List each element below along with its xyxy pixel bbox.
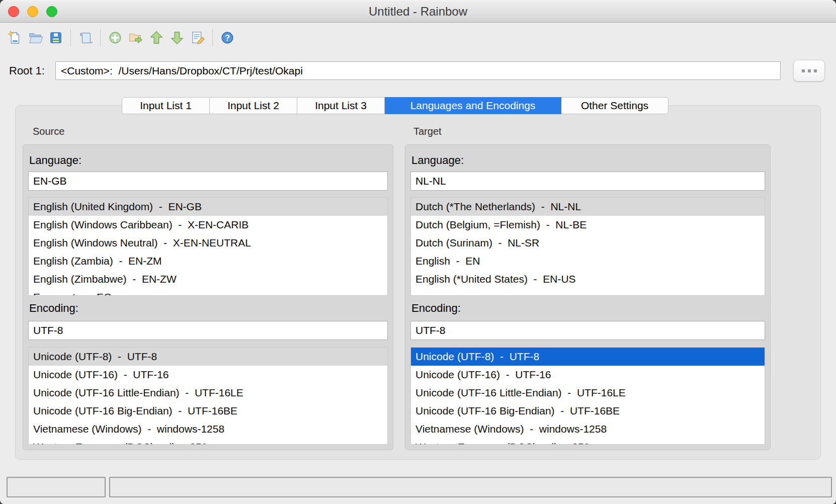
arrow-down-icon bbox=[170, 30, 185, 45]
open-project-button[interactable] bbox=[27, 28, 44, 47]
source-encoding-label: Encoding: bbox=[29, 302, 78, 315]
list-item[interactable]: Unicode (UTF-16 Big-Endian) - UTF-16BE bbox=[29, 402, 387, 420]
tab-other-settings[interactable]: Other Settings bbox=[561, 97, 668, 114]
source-group: Language: English (United Kingdom) - EN-… bbox=[23, 144, 393, 450]
tab-input-list-2[interactable]: Input List 2 bbox=[210, 97, 297, 114]
window-titlebar: Untitled - Rainbow bbox=[0, 0, 836, 23]
target-language-input[interactable] bbox=[410, 172, 765, 191]
list-item[interactable]: Unicode (UTF-16 Big-Endian) - UTF-16BE bbox=[411, 402, 765, 420]
move-up-button[interactable] bbox=[148, 28, 165, 47]
list-item[interactable]: Vietnamese (Windows) - windows-1258 bbox=[411, 420, 765, 438]
toolbar: ? bbox=[6, 28, 236, 48]
move-down-button[interactable] bbox=[169, 28, 186, 47]
root-path-input[interactable] bbox=[55, 61, 781, 80]
open-folder-icon bbox=[28, 30, 43, 45]
list-item[interactable]: Unicode (UTF-8) - UTF-8 bbox=[411, 348, 765, 366]
tab-languages-and-encodings[interactable]: Languages and Encodings bbox=[385, 97, 561, 114]
source-encoding-input[interactable] bbox=[28, 321, 388, 340]
add-circle-icon bbox=[108, 30, 123, 45]
ellipsis-dot bbox=[808, 69, 811, 72]
help-button[interactable]: ? bbox=[219, 28, 236, 47]
list-item[interactable]: Vietnamese (Windows) - windows-1258 bbox=[29, 420, 387, 438]
target-language-label: Language: bbox=[411, 154, 464, 167]
list-item[interactable]: English (Windows Caribbean) - X-EN-CARIB bbox=[29, 216, 387, 234]
list-item[interactable]: English (Zambia) - EN-ZM bbox=[29, 252, 387, 270]
view-log-button[interactable] bbox=[77, 28, 94, 47]
edit-pencil-icon bbox=[190, 30, 205, 45]
list-item[interactable]: Dutch (Belgium, =Flemish) - NL-BE bbox=[411, 216, 765, 234]
root-label: Root 1: bbox=[9, 61, 45, 80]
list-item[interactable]: English (*United States) - EN-US bbox=[411, 270, 765, 288]
source-language-list[interactable]: English (United Kingdom) - EN-GBEnglish … bbox=[28, 197, 388, 296]
status-field-right bbox=[109, 477, 832, 497]
app-window: Untitled - Rainbow bbox=[0, 0, 836, 504]
new-document-icon bbox=[7, 30, 22, 45]
add-folder-button[interactable] bbox=[127, 28, 144, 47]
toolbar-separator bbox=[212, 29, 213, 46]
source-group-label: Source bbox=[33, 126, 64, 137]
ellipsis-dot bbox=[814, 69, 817, 72]
toolbar-separator bbox=[100, 29, 101, 46]
list-item[interactable]: Unicode (UTF-8) - UTF-8 bbox=[29, 348, 387, 366]
tab-input-list-3[interactable]: Input List 3 bbox=[297, 97, 385, 114]
list-item[interactable]: Esperanto - EO bbox=[29, 288, 387, 296]
status-field-left bbox=[7, 477, 106, 497]
svg-text:?: ? bbox=[225, 34, 230, 42]
target-encoding-label: Encoding: bbox=[411, 302, 461, 315]
save-project-button[interactable] bbox=[47, 28, 64, 47]
target-encoding-input[interactable] bbox=[410, 321, 765, 340]
target-group-label: Target bbox=[413, 126, 442, 137]
list-item[interactable]: Unicode (UTF-16 Little-Endian) - UTF-16L… bbox=[29, 384, 387, 402]
list-item[interactable]: Unicode (UTF-16) - UTF-16 bbox=[29, 366, 387, 384]
help-icon: ? bbox=[220, 30, 235, 45]
browse-button[interactable] bbox=[793, 60, 825, 81]
list-item[interactable]: Western European (DOS) - ibm-850 bbox=[29, 438, 387, 445]
tab-input-list-1[interactable]: Input List 1 bbox=[122, 97, 210, 114]
edit-document-button[interactable] bbox=[189, 28, 206, 47]
list-item[interactable]: Unicode (UTF-16) - UTF-16 bbox=[411, 366, 765, 384]
list-item[interactable]: English (United Kingdom) - EN-GB bbox=[29, 198, 387, 216]
source-language-label: Language: bbox=[29, 154, 81, 167]
list-item[interactable]: English (Zimbabwe) - EN-ZW bbox=[29, 270, 387, 288]
list-item[interactable]: Western European (DOS) - ibm-850 bbox=[411, 438, 765, 445]
target-encoding-list[interactable]: Unicode (UTF-8) - UTF-8Unicode (UTF-16) … bbox=[410, 347, 765, 445]
source-encoding-list[interactable]: Unicode (UTF-8) - UTF-8Unicode (UTF-16) … bbox=[28, 347, 388, 445]
new-project-button[interactable] bbox=[6, 28, 23, 47]
list-item[interactable]: English (Windows Neutral) - X-EN-NEUTRAL bbox=[29, 234, 387, 252]
list-item[interactable]: Dutch (*The Netherlands) - NL-NL bbox=[411, 198, 765, 216]
list-item[interactable]: Dutch (Surinam) - NL-SR bbox=[411, 234, 765, 252]
target-group: Language: Dutch (*The Netherlands) - NL-… bbox=[405, 144, 771, 450]
arrow-up-icon bbox=[149, 30, 164, 45]
tab-bar: Input List 1 Input List 2 Input List 3 L… bbox=[122, 97, 668, 114]
ellipsis-dot bbox=[802, 69, 805, 72]
window-title: Untitled - Rainbow bbox=[0, 0, 836, 23]
add-document-button[interactable] bbox=[107, 28, 124, 47]
log-scroll-icon bbox=[78, 30, 93, 45]
save-icon bbox=[48, 30, 63, 45]
list-item[interactable]: Unicode (UTF-16 Little-Endian) - UTF-16L… bbox=[411, 384, 765, 402]
toolbar-separator bbox=[70, 29, 71, 46]
list-item[interactable]: English - EN bbox=[411, 252, 765, 270]
target-language-list[interactable]: Dutch (*The Netherlands) - NL-NLDutch (B… bbox=[410, 197, 765, 296]
source-language-input[interactable] bbox=[28, 172, 388, 191]
folder-arrow-icon bbox=[128, 30, 143, 45]
